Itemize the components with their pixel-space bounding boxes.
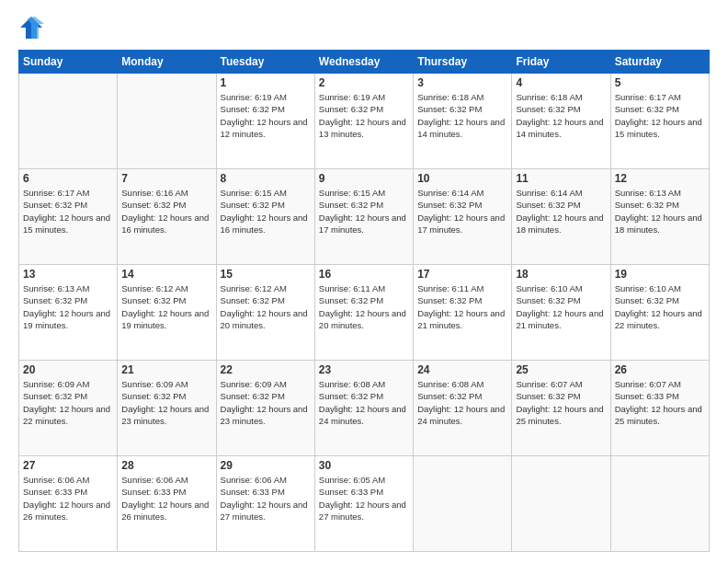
day-info: Sunrise: 6:12 AM Sunset: 6:32 PM Dayligh… bbox=[121, 282, 211, 331]
day-cell: 27Sunrise: 6:06 AM Sunset: 6:33 PM Dayli… bbox=[19, 456, 118, 552]
weekday-wednesday: Wednesday bbox=[314, 51, 413, 74]
day-number: 14 bbox=[121, 268, 211, 281]
day-cell: 24Sunrise: 6:08 AM Sunset: 6:32 PM Dayli… bbox=[414, 361, 512, 456]
day-number: 30 bbox=[319, 459, 409, 472]
day-cell: 25Sunrise: 6:07 AM Sunset: 6:32 PM Dayli… bbox=[512, 361, 610, 456]
day-cell bbox=[19, 74, 118, 169]
day-cell: 30Sunrise: 6:05 AM Sunset: 6:33 PM Dayli… bbox=[314, 456, 413, 552]
day-info: Sunrise: 6:14 AM Sunset: 6:32 PM Dayligh… bbox=[417, 187, 507, 236]
day-number: 25 bbox=[516, 363, 606, 376]
day-number: 28 bbox=[121, 459, 211, 472]
day-cell bbox=[118, 74, 216, 169]
day-info: Sunrise: 6:15 AM Sunset: 6:32 PM Dayligh… bbox=[221, 187, 311, 236]
day-cell: 14Sunrise: 6:12 AM Sunset: 6:32 PM Dayli… bbox=[118, 265, 216, 361]
weekday-friday: Friday bbox=[512, 51, 610, 74]
week-row-2: 13Sunrise: 6:13 AM Sunset: 6:32 PM Dayli… bbox=[19, 265, 710, 361]
day-cell: 11Sunrise: 6:14 AM Sunset: 6:32 PM Dayli… bbox=[512, 169, 610, 265]
day-cell: 2Sunrise: 6:19 AM Sunset: 6:32 PM Daylig… bbox=[314, 74, 413, 169]
weekday-sunday: Sunday bbox=[19, 51, 118, 74]
day-info: Sunrise: 6:06 AM Sunset: 6:33 PM Dayligh… bbox=[121, 474, 211, 523]
day-number: 5 bbox=[615, 76, 705, 89]
day-info: Sunrise: 6:18 AM Sunset: 6:32 PM Dayligh… bbox=[417, 91, 507, 140]
day-number: 10 bbox=[417, 172, 507, 185]
day-cell: 19Sunrise: 6:10 AM Sunset: 6:32 PM Dayli… bbox=[610, 265, 709, 361]
day-info: Sunrise: 6:09 AM Sunset: 6:32 PM Dayligh… bbox=[121, 378, 211, 427]
day-cell: 3Sunrise: 6:18 AM Sunset: 6:32 PM Daylig… bbox=[414, 74, 512, 169]
day-info: Sunrise: 6:10 AM Sunset: 6:32 PM Dayligh… bbox=[615, 282, 705, 331]
day-cell: 22Sunrise: 6:09 AM Sunset: 6:32 PM Dayli… bbox=[216, 361, 314, 456]
day-cell: 9Sunrise: 6:15 AM Sunset: 6:32 PM Daylig… bbox=[314, 169, 413, 265]
day-number: 29 bbox=[221, 459, 311, 472]
page: SundayMondayTuesdayWednesdayThursdayFrid… bbox=[0, 0, 728, 563]
day-cell: 26Sunrise: 6:07 AM Sunset: 6:33 PM Dayli… bbox=[610, 361, 709, 456]
day-info: Sunrise: 6:07 AM Sunset: 6:33 PM Dayligh… bbox=[615, 378, 705, 427]
day-cell: 12Sunrise: 6:13 AM Sunset: 6:32 PM Dayli… bbox=[610, 169, 709, 265]
week-row-0: 1Sunrise: 6:19 AM Sunset: 6:32 PM Daylig… bbox=[19, 74, 710, 169]
day-info: Sunrise: 6:07 AM Sunset: 6:32 PM Dayligh… bbox=[516, 378, 606, 427]
day-info: Sunrise: 6:11 AM Sunset: 6:32 PM Dayligh… bbox=[319, 282, 409, 331]
day-number: 27 bbox=[23, 459, 113, 472]
day-number: 24 bbox=[417, 363, 507, 376]
day-cell: 6Sunrise: 6:17 AM Sunset: 6:32 PM Daylig… bbox=[19, 169, 118, 265]
day-cell: 13Sunrise: 6:13 AM Sunset: 6:32 PM Dayli… bbox=[19, 265, 118, 361]
week-row-3: 20Sunrise: 6:09 AM Sunset: 6:32 PM Dayli… bbox=[19, 361, 710, 456]
day-info: Sunrise: 6:13 AM Sunset: 6:32 PM Dayligh… bbox=[615, 187, 705, 236]
week-row-4: 27Sunrise: 6:06 AM Sunset: 6:33 PM Dayli… bbox=[19, 456, 710, 552]
day-info: Sunrise: 6:08 AM Sunset: 6:32 PM Dayligh… bbox=[417, 378, 507, 427]
day-info: Sunrise: 6:19 AM Sunset: 6:32 PM Dayligh… bbox=[319, 91, 409, 140]
day-number: 15 bbox=[221, 268, 311, 281]
day-info: Sunrise: 6:11 AM Sunset: 6:32 PM Dayligh… bbox=[417, 282, 507, 331]
calendar-table: SundayMondayTuesdayWednesdayThursdayFrid… bbox=[18, 50, 710, 552]
day-info: Sunrise: 6:16 AM Sunset: 6:32 PM Dayligh… bbox=[121, 187, 211, 236]
day-cell: 20Sunrise: 6:09 AM Sunset: 6:32 PM Dayli… bbox=[19, 361, 118, 456]
day-cell: 16Sunrise: 6:11 AM Sunset: 6:32 PM Dayli… bbox=[314, 265, 413, 361]
day-info: Sunrise: 6:17 AM Sunset: 6:32 PM Dayligh… bbox=[23, 187, 113, 236]
day-number: 8 bbox=[221, 172, 311, 185]
day-cell: 10Sunrise: 6:14 AM Sunset: 6:32 PM Dayli… bbox=[414, 169, 512, 265]
day-info: Sunrise: 6:06 AM Sunset: 6:33 PM Dayligh… bbox=[221, 474, 311, 523]
day-number: 12 bbox=[615, 172, 705, 185]
weekday-thursday: Thursday bbox=[414, 51, 512, 74]
day-info: Sunrise: 6:12 AM Sunset: 6:32 PM Dayligh… bbox=[221, 282, 311, 331]
day-number: 19 bbox=[615, 268, 705, 281]
logo bbox=[18, 15, 48, 40]
day-cell: 18Sunrise: 6:10 AM Sunset: 6:32 PM Dayli… bbox=[512, 265, 610, 361]
day-number: 26 bbox=[615, 363, 705, 376]
day-cell: 15Sunrise: 6:12 AM Sunset: 6:32 PM Dayli… bbox=[216, 265, 314, 361]
day-cell: 17Sunrise: 6:11 AM Sunset: 6:32 PM Dayli… bbox=[414, 265, 512, 361]
day-info: Sunrise: 6:09 AM Sunset: 6:32 PM Dayligh… bbox=[23, 378, 113, 427]
day-cell bbox=[610, 456, 709, 552]
logo-icon bbox=[18, 15, 44, 40]
day-info: Sunrise: 6:08 AM Sunset: 6:32 PM Dayligh… bbox=[319, 378, 409, 427]
day-cell: 5Sunrise: 6:17 AM Sunset: 6:32 PM Daylig… bbox=[610, 74, 709, 169]
day-number: 4 bbox=[516, 76, 606, 89]
day-info: Sunrise: 6:15 AM Sunset: 6:32 PM Dayligh… bbox=[319, 187, 409, 236]
day-number: 23 bbox=[319, 363, 409, 376]
day-number: 1 bbox=[221, 76, 311, 89]
day-number: 16 bbox=[319, 268, 409, 281]
day-number: 13 bbox=[23, 268, 113, 281]
day-cell: 8Sunrise: 6:15 AM Sunset: 6:32 PM Daylig… bbox=[216, 169, 314, 265]
day-info: Sunrise: 6:05 AM Sunset: 6:33 PM Dayligh… bbox=[319, 474, 409, 523]
day-info: Sunrise: 6:19 AM Sunset: 6:32 PM Dayligh… bbox=[221, 91, 311, 140]
week-row-1: 6Sunrise: 6:17 AM Sunset: 6:32 PM Daylig… bbox=[19, 169, 710, 265]
day-number: 11 bbox=[516, 172, 606, 185]
day-cell: 29Sunrise: 6:06 AM Sunset: 6:33 PM Dayli… bbox=[216, 456, 314, 552]
day-cell: 4Sunrise: 6:18 AM Sunset: 6:32 PM Daylig… bbox=[512, 74, 610, 169]
day-cell: 7Sunrise: 6:16 AM Sunset: 6:32 PM Daylig… bbox=[118, 169, 216, 265]
day-number: 3 bbox=[417, 76, 507, 89]
header bbox=[18, 15, 710, 40]
day-info: Sunrise: 6:10 AM Sunset: 6:32 PM Dayligh… bbox=[516, 282, 606, 331]
day-number: 18 bbox=[516, 268, 606, 281]
day-number: 20 bbox=[23, 363, 113, 376]
day-cell bbox=[512, 456, 610, 552]
day-cell: 23Sunrise: 6:08 AM Sunset: 6:32 PM Dayli… bbox=[314, 361, 413, 456]
day-number: 7 bbox=[121, 172, 211, 185]
day-info: Sunrise: 6:18 AM Sunset: 6:32 PM Dayligh… bbox=[516, 91, 606, 140]
day-cell: 21Sunrise: 6:09 AM Sunset: 6:32 PM Dayli… bbox=[118, 361, 216, 456]
day-number: 6 bbox=[23, 172, 113, 185]
weekday-header-row: SundayMondayTuesdayWednesdayThursdayFrid… bbox=[19, 51, 710, 74]
day-info: Sunrise: 6:13 AM Sunset: 6:32 PM Dayligh… bbox=[23, 282, 113, 331]
day-info: Sunrise: 6:14 AM Sunset: 6:32 PM Dayligh… bbox=[516, 187, 606, 236]
day-cell: 1Sunrise: 6:19 AM Sunset: 6:32 PM Daylig… bbox=[216, 74, 314, 169]
